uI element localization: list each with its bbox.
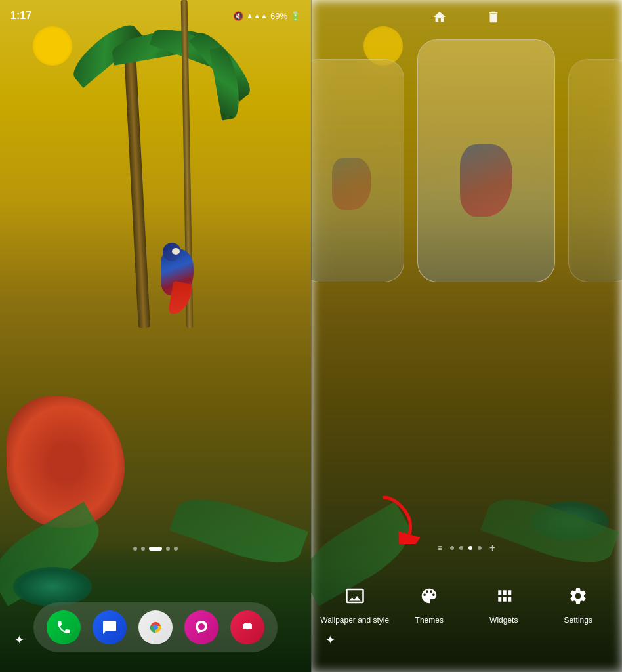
widgets-icon [488,580,520,612]
battery-icon: 🔋 [290,11,301,21]
app-dock [33,602,278,652]
page-indicator-right: ≡ + [311,542,622,554]
edit-action-row [432,10,501,28]
dock-messages[interactable] [93,610,127,644]
page-indicator [0,547,311,551]
phone-card-inner-right [569,60,622,282]
dots-menu-icon: ≡ [438,543,442,553]
rdot-1 [450,546,454,550]
settings-label: Settings [564,616,592,626]
page-dot-2 [141,547,145,551]
dock-bixby[interactable] [184,610,218,644]
phone-preview-right[interactable] [568,59,622,282]
menu-item-themes[interactable]: Themes [392,580,467,626]
right-leaf-2 [480,487,619,575]
page-dot-1 [133,547,137,551]
parrot-head [163,243,181,261]
phone-preview-main[interactable] [417,39,555,282]
scene-layer [0,0,311,672]
widgets-label: Widgets [489,616,518,626]
svg-point-0 [153,625,158,630]
rdot-4 [478,546,482,550]
phone-card-inner-left [311,60,404,282]
right-panel: ≡ + Wallpaper and style Themes [311,0,622,672]
home-icon[interactable] [432,10,447,28]
page-dot-5 [174,547,178,551]
left-panel: 1:17 🔇 ▲▲▲ 69% 🔋 [0,0,311,672]
phone-card-inner-main [418,40,554,282]
phone-preview-left[interactable] [311,59,404,282]
phone-preview-area [311,39,622,282]
card-parrot-left [332,158,371,210]
add-page-icon[interactable]: + [489,542,495,554]
rdot-3-active [468,546,472,550]
rdot-2 [459,546,463,550]
dock-chrome[interactable] [138,610,173,644]
signal-icon: ▲▲▲ [246,12,268,20]
themes-label: Themes [415,616,444,626]
parrot [157,243,203,308]
page-dot-3-active [149,547,162,551]
star-button-right[interactable]: ✦ [320,630,340,650]
battery-text: 69% [270,11,287,21]
bush [13,567,92,606]
menu-item-settings[interactable]: Settings [541,580,616,626]
wallpaper-label: Wallpaper and style [320,616,389,626]
status-icons: 🔇 ▲▲▲ 69% 🔋 [233,11,301,21]
flowers [7,396,125,528]
settings-icon [562,580,594,612]
page-dot-4 [166,547,170,551]
parrot-face [172,248,180,255]
wallpaper-icon [339,580,371,612]
status-bar: 1:17 🔇 ▲▲▲ 69% 🔋 [0,0,311,26]
sun [33,26,72,66]
themes-icon [413,580,445,612]
trash-icon[interactable] [486,10,501,28]
card-parrot-main [460,144,512,217]
menu-item-wallpaper[interactable]: Wallpaper and style [318,580,392,626]
status-time: 1:17 [10,10,31,22]
panel-divider [311,0,312,672]
dock-camera[interactable] [230,610,264,644]
star-button-left[interactable]: ✦ [9,630,29,650]
menu-item-widgets[interactable]: Widgets [466,580,541,626]
mute-icon: 🔇 [233,11,243,21]
dock-phone[interactable] [47,610,81,644]
bottom-context-menu: Wallpaper and style Themes Widgets [311,567,622,672]
palm-trunk [124,52,150,328]
